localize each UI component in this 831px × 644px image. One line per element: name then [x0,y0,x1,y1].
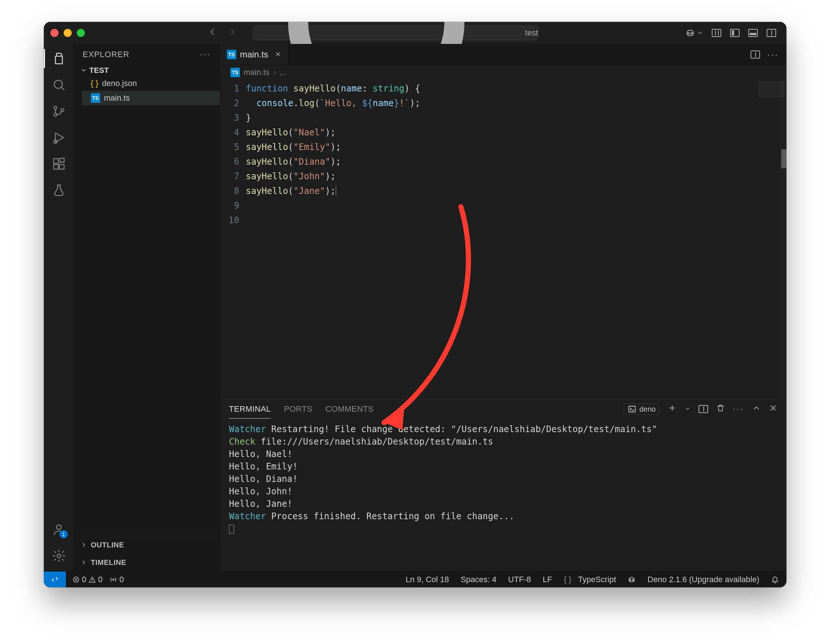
status-ports[interactable]: 0 [109,575,124,584]
zoom-window-button[interactable] [77,29,85,37]
activity-settings[interactable] [51,548,67,564]
status-deno[interactable]: Deno 2.1.6 (Upgrade available) [647,575,759,584]
svg-rect-10 [59,165,64,169]
close-window-button[interactable] [51,29,59,37]
chevron-right-icon [80,559,87,566]
sidebar-bottom: OUTLINE TIMELINE [74,536,220,571]
remote-indicator[interactable] [44,572,66,587]
explorer-more-button[interactable]: ··· [200,50,211,59]
overview-marker [781,149,786,168]
terminal-shell-selector[interactable]: deno [624,403,660,414]
search-value: test [525,28,538,38]
split-terminal-button[interactable] [699,405,708,413]
terminal-output[interactable]: Watcher Restarting! File change detected… [220,419,786,571]
activity-search[interactable] [51,77,67,93]
terminal-icon [628,405,637,413]
svg-rect-14 [629,406,635,412]
activity-run-debug[interactable] [51,129,67,146]
tab-main-ts[interactable]: TS main.ts [220,44,288,65]
svg-point-16 [113,579,114,580]
svg-point-3 [54,80,62,88]
breadcrumb[interactable]: TS main.ts › ... [220,65,786,80]
chevron-down-icon [80,67,87,73]
maximize-panel-button[interactable] [752,403,761,414]
editor-tabbar: TS main.ts ··· [220,44,786,65]
explorer-title: EXPLORER [83,50,129,59]
file-tree: { } deno.json TS main.ts [74,76,220,105]
outline-section[interactable]: OUTLINE [74,536,220,554]
svg-point-17 [630,579,631,581]
copilot-icon [628,575,636,583]
folder-root[interactable]: TEST [74,65,220,76]
svg-point-12 [56,525,61,529]
activity-extensions[interactable] [51,156,67,172]
titlebar: test [44,22,786,44]
status-problems[interactable]: 0 0 [72,575,103,584]
status-bar: 0 0 0 Ln 9, Col 18 Spaces: 4 UTF-8 LF { … [44,571,786,587]
kill-terminal-button[interactable] [716,403,725,414]
activity-bar: 1 [44,44,74,571]
toggle-secondary-sidebar-button[interactable] [767,29,776,37]
overview-ruler[interactable] [780,80,786,399]
radio-icon [109,575,118,583]
panel-tab-terminal[interactable]: TERMINAL [229,400,271,419]
panel-tabs: TERMINAL PORTS COMMENTS deno ··· [220,400,786,419]
terminal-actions: deno ··· [624,403,778,414]
panel-tab-ports[interactable]: PORTS [284,400,312,419]
editor-actions: ··· [751,44,786,65]
svg-rect-11 [60,158,64,162]
status-encoding[interactable]: UTF-8 [508,575,531,584]
timeline-section[interactable]: TIMELINE [74,554,220,571]
traffic-lights [51,29,85,37]
panel-tab-comments[interactable]: COMMENTS [326,400,374,419]
activity-accounts[interactable]: 1 [51,521,67,537]
status-notifications[interactable] [771,575,779,583]
svg-point-6 [61,109,64,112]
status-language[interactable]: { } TypeScript [564,575,616,584]
toggle-panel-button[interactable] [748,29,758,37]
tab-close-button[interactable] [275,49,281,60]
explorer-header: EXPLORER ··· [74,44,220,65]
tab-filename: main.ts [240,49,268,60]
layout-customize-button[interactable] [712,29,721,37]
svg-point-18 [632,579,634,581]
status-right: Ln 9, Col 18 Spaces: 4 UTF-8 LF { } Type… [406,575,786,584]
split-editor-button[interactable] [751,51,760,59]
typescript-icon: TS [91,93,100,103]
terminal-more-button[interactable]: ··· [733,404,744,414]
outline-label: OUTLINE [91,541,124,549]
editor-more-button[interactable]: ··· [767,49,779,60]
status-eol[interactable]: LF [543,575,552,584]
file-row-main-ts[interactable]: TS main.ts [82,91,220,105]
command-center-search[interactable]: test [253,26,538,40]
chevron-right-icon [80,542,87,548]
status-left: 0 0 0 [66,575,124,584]
nav-forward-button[interactable] [228,27,237,39]
vscode-window: test 1 [44,22,786,587]
json-icon: { } [91,79,99,88]
breadcrumb-file: main.ts [244,68,269,77]
explorer-sidebar: EXPLORER ··· TEST { } deno.json TS main.… [74,44,220,571]
activity-source-control[interactable] [51,103,67,119]
new-terminal-button[interactable] [668,403,677,414]
file-name: deno.json [102,79,137,88]
status-indent[interactable]: Spaces: 4 [461,575,497,584]
nav-back-button[interactable] [208,27,217,39]
close-panel-button[interactable] [769,403,778,414]
file-row-deno-json[interactable]: { } deno.json [82,76,220,91]
activity-testing[interactable] [51,182,67,198]
status-copilot[interactable] [628,575,636,583]
minimize-window-button[interactable] [64,29,72,37]
code-content[interactable]: function sayHello(name: string) { consol… [246,80,786,399]
code-editor[interactable]: 12345678910 function sayHello(name: stri… [220,80,786,399]
titlebar-right [685,28,776,38]
warning-icon [89,576,96,583]
editor-area: TS main.ts ··· TS main.ts › ... 12345678… [220,44,786,571]
activity-explorer[interactable] [51,51,67,67]
toggle-sidebar-button[interactable] [730,29,740,37]
copilot-menu[interactable] [685,28,703,38]
status-cursor-pos[interactable]: Ln 9, Col 18 [406,575,449,584]
new-terminal-dropdown[interactable] [685,404,691,414]
typescript-icon: TS [231,68,240,77]
file-name: main.ts [104,93,130,103]
